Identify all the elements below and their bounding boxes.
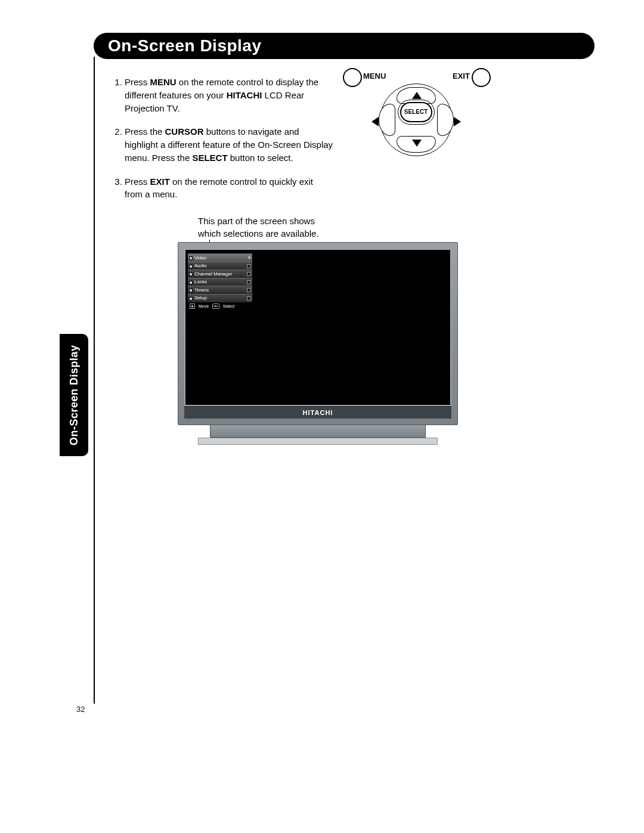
exit-button-icon: [472, 68, 491, 87]
osd-item-audio: Audio: [188, 262, 252, 270]
cursor-right-icon: [454, 117, 461, 126]
osd-footer-move: Move: [199, 304, 209, 308]
callout-line: which selections are available.: [198, 228, 319, 239]
tv-screen: Video Audio Channel Manager Locks: [184, 249, 451, 406]
menu-button-label: MENU: [363, 72, 386, 80]
bold-text: HITACHI: [227, 90, 262, 100]
box-icon: [247, 264, 251, 268]
cursor-left-icon: [371, 117, 379, 126]
cursor-down-icon: [412, 140, 422, 147]
osd-label: Channel Manager: [194, 271, 233, 277]
chevron-right-icon: [249, 256, 251, 259]
tv-brand-label: HITACHI: [184, 406, 451, 419]
box-icon: [247, 296, 251, 301]
tv-stand: [210, 425, 426, 438]
text: Press: [125, 77, 150, 87]
osd-label: Setup: [194, 295, 207, 301]
osd-menu: Video Audio Channel Manager Locks: [188, 253, 252, 310]
exit-button-label: EXIT: [453, 72, 470, 80]
side-tab-label: On-Screen Display: [60, 334, 88, 456]
text: Press the: [125, 126, 165, 137]
callout-line: This part of the screen shows: [198, 216, 315, 226]
callout-selections: This part of the screen shows which sele…: [198, 215, 319, 240]
osd-item-setup: Setup: [188, 294, 252, 302]
osd-item-channel-manager: Channel Manager: [188, 270, 252, 278]
remote-diagram: MENU EXIT SELECT: [343, 66, 489, 158]
osd-footer: ✥ Move SEL Select: [188, 302, 252, 310]
osd-item-locks: Locks: [188, 278, 252, 286]
bullet-icon: [189, 256, 193, 260]
bullet-icon: [189, 289, 193, 292]
bullet-icon: [189, 297, 193, 301]
bullet-icon: [189, 272, 193, 276]
osd-item-timers: Timers: [188, 286, 252, 294]
instruction-1: Press MENU on the remote control to disp…: [125, 76, 333, 114]
osd-footer-select: Select: [223, 304, 234, 308]
bullet-icon: [189, 265, 193, 268]
cursor-up-icon: [412, 92, 422, 99]
menu-button-icon: [343, 68, 362, 87]
osd-label: Timers: [194, 287, 209, 293]
instruction-list: Press MENU on the remote control to disp…: [112, 76, 333, 201]
page-number: 32: [76, 705, 85, 714]
bold-text: CURSOR: [165, 126, 204, 137]
sel-icon: SEL: [212, 304, 219, 309]
box-icon: [247, 288, 251, 292]
section-title: On-Screen Display: [94, 33, 595, 59]
bold-text: MENU: [150, 77, 177, 87]
tv-foot: [198, 438, 438, 445]
box-icon: [247, 280, 251, 284]
cursor-right-button: [437, 104, 454, 136]
bold-text: SELECT: [192, 153, 227, 163]
text: Press: [125, 176, 150, 187]
bold-text: EXIT: [150, 176, 170, 187]
osd-label: Locks: [194, 279, 207, 284]
osd-label: Audio: [194, 263, 206, 268]
instruction-3: Press EXIT on the remote control to quic…: [125, 175, 333, 202]
box-icon: [247, 272, 251, 276]
osd-label: Video: [194, 255, 206, 261]
osd-item-video: Video: [188, 253, 252, 262]
instruction-2: Press the CURSOR buttons to navigate and…: [125, 125, 333, 164]
move-icon: ✥: [190, 304, 195, 309]
text: button to select.: [228, 153, 293, 163]
bullet-icon: [189, 281, 193, 284]
tv-bezel: Video Audio Channel Manager Locks: [178, 242, 458, 425]
select-button-label: SELECT: [400, 102, 432, 122]
tv-illustration: Video Audio Channel Manager Locks: [178, 242, 458, 445]
